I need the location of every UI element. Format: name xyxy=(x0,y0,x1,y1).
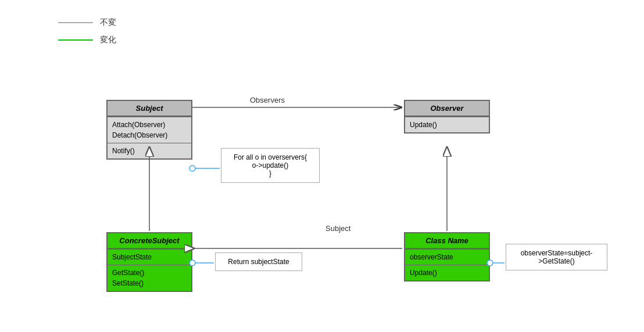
circle-notify xyxy=(189,165,195,171)
legend-label-green: 変化 xyxy=(100,35,116,45)
class-concrete-subject-header: ConcreteSubject xyxy=(108,233,191,249)
class-observer: Observer Update() xyxy=(404,100,490,133)
class-observer-section1: Update() xyxy=(405,117,489,132)
class-concrete-subject-section2: GetState() SetState() xyxy=(108,265,191,291)
label-subject: Subject xyxy=(325,224,351,233)
note-return-state-text: Return subjectState xyxy=(221,258,296,266)
class-subject: Subject Attach(Observer) Detach(Observer… xyxy=(106,100,192,160)
note-observer-state-text: observerState=subject->GetState() xyxy=(512,249,601,265)
note-notify: For all o in overservers{ o->update() } xyxy=(221,148,320,183)
class-concrete-subject: ConcreteSubject SubjectState GetState() … xyxy=(106,232,192,292)
legend: 不変 変化 xyxy=(58,17,116,52)
method-subject-state: SubjectState xyxy=(112,252,187,262)
class-subject-header: Subject xyxy=(108,101,191,117)
legend-line-gray xyxy=(58,22,93,23)
method-get-state: GetState() xyxy=(112,268,187,278)
class-subject-section1: Attach(Observer) Detach(Observer) xyxy=(108,117,191,143)
class-concrete-subject-section1: SubjectState xyxy=(108,249,191,265)
method-attach: Attach(Observer) xyxy=(112,120,187,130)
class-observer-header: Observer xyxy=(405,101,489,117)
legend-label-gray: 不変 xyxy=(100,17,116,28)
note-notify-line3: } xyxy=(227,169,313,178)
class-subject-section2: Notify() xyxy=(108,143,191,158)
class-name-section2: Update() xyxy=(405,265,489,280)
label-observers: Observers xyxy=(250,96,285,104)
method-observer-update: Update() xyxy=(410,120,484,130)
legend-item-green: 変化 xyxy=(58,35,116,45)
method-detach: Detach(Observer) xyxy=(112,130,187,140)
method-set-state: SetState() xyxy=(112,278,187,288)
legend-item-gray: 不変 xyxy=(58,17,116,28)
class-name-section1: observerState xyxy=(405,249,489,265)
legend-line-green xyxy=(58,39,93,41)
class-name-header: Class Name xyxy=(405,233,489,249)
note-observer-state: observerState=subject->GetState() xyxy=(506,244,607,270)
note-notify-line1: For all o in overservers{ xyxy=(227,153,313,161)
note-notify-line2: o->update() xyxy=(227,161,313,169)
method-class-update: Update() xyxy=(410,268,484,278)
note-return-state: Return subjectState xyxy=(215,252,302,271)
method-observer-state: observerState xyxy=(410,252,484,262)
method-notify: Notify() xyxy=(112,146,187,156)
class-name: Class Name observerState Update() xyxy=(404,232,490,282)
